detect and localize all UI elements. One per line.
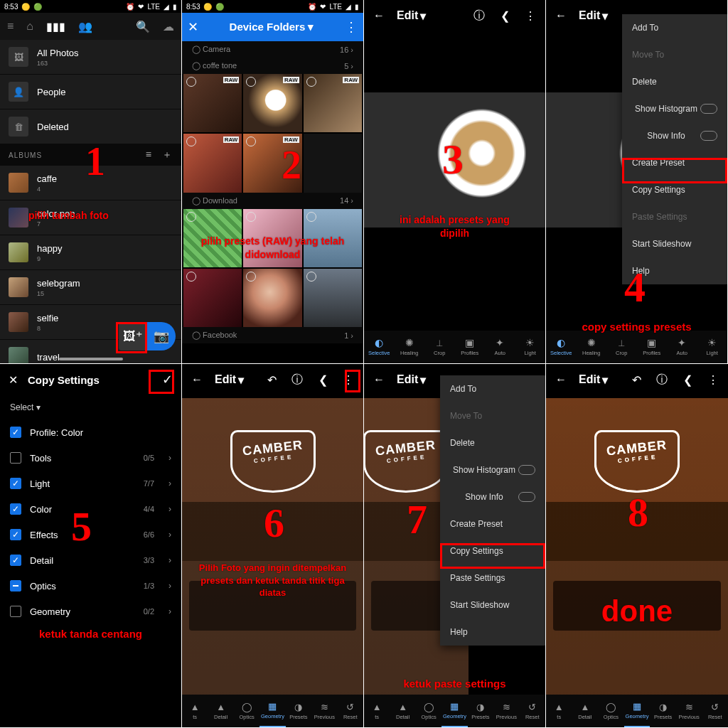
tool-crop[interactable]: ⟂Crop [424, 331, 455, 363]
menu-create-preset[interactable]: Create Preset [440, 510, 545, 537]
search-icon[interactable]: 🔍 [136, 20, 150, 33]
tool-previous[interactable]: ≋Previous [493, 695, 519, 727]
tool-selective[interactable]: ◐Selective [364, 331, 395, 363]
info-icon[interactable]: ⓘ [289, 373, 305, 387]
library-icon[interactable]: ▮▮▮ [46, 20, 65, 33]
menu-delete[interactable]: Delete [622, 68, 727, 95]
cloud-icon[interactable]: ☁︎ [163, 20, 174, 33]
opt-optics[interactable]: Optics1/3› [0, 573, 181, 599]
tool-previous[interactable]: ≋Previous [311, 695, 337, 727]
tool-geometry[interactable]: ▦Geometry [624, 695, 651, 727]
menu-show-histogram[interactable]: Show Histogram [440, 456, 545, 483]
menu-help[interactable]: Help [440, 619, 545, 646]
opt-profile[interactable]: ✓Profile: Color [0, 419, 181, 445]
thumb[interactable] [183, 269, 242, 327]
opt-tools[interactable]: Tools0/5› [0, 445, 181, 471]
tool-presets[interactable]: ◑Presets [650, 695, 676, 727]
album-colorpop[interactable]: color pop7 [0, 200, 181, 235]
thumb[interactable]: RAW [183, 134, 242, 192]
all-photos-row[interactable]: 🖼 All Photos163 [0, 40, 181, 75]
thumb[interactable]: RAW [183, 74, 242, 132]
camera-fab[interactable]: 📷 [147, 322, 176, 350]
people-icon[interactable]: 👥 [78, 20, 92, 33]
album-selebgram[interactable]: selebgram15 [0, 270, 181, 305]
target-photo[interactable]: CAMBERCOFFEE [182, 398, 363, 695]
thumb[interactable] [243, 209, 301, 267]
edit-dropdown[interactable]: Edit ▾ [397, 9, 426, 23]
menu-start-slideshow[interactable]: Start Slideshow [440, 592, 545, 619]
more-icon[interactable]: ⋮ [705, 373, 721, 387]
people-row[interactable]: 👤 People [0, 75, 181, 109]
share-icon[interactable]: ❮ [497, 9, 513, 23]
tool-detail[interactable]: ▲Detail [208, 695, 233, 727]
back-icon[interactable]: ← [371, 373, 387, 386]
tool-presets[interactable]: ◑Presets [468, 695, 493, 727]
thumb[interactable] [243, 269, 301, 327]
tool-healing[interactable]: ✺Healing [395, 331, 425, 363]
back-icon[interactable]: ← [189, 373, 205, 386]
tool-profiles[interactable]: ▣Profiles [455, 331, 486, 363]
more-icon[interactable]: ⋮ [523, 9, 538, 23]
opt-effects[interactable]: ✓Effects6/6› [0, 522, 181, 547]
folder-download[interactable]: ◯ Download14 › [182, 193, 363, 209]
menu-icon[interactable]: ≡ [7, 20, 14, 33]
undo-icon[interactable]: ↶ [628, 373, 644, 387]
tool-reset[interactable]: ↺Reset [702, 695, 728, 727]
menu-add-to[interactable]: Add To [440, 375, 545, 402]
confirm-check-icon[interactable]: ✓ [162, 372, 173, 387]
menu-show-histogram[interactable]: Show Histogram [622, 95, 727, 122]
tool-geometry[interactable]: ▦Geometry [441, 695, 467, 727]
thumb[interactable]: RAW [304, 74, 362, 132]
close-icon[interactable]: ✕ [9, 373, 18, 387]
select-dropdown[interactable]: Select ▾ [0, 395, 181, 419]
menu-start-slideshow[interactable]: Start Slideshow [622, 230, 727, 257]
back-icon[interactable]: ← [371, 9, 387, 22]
tool-auto[interactable]: ✦Auto [667, 331, 697, 363]
tool-ts[interactable]: ▲ts [546, 695, 572, 727]
back-icon[interactable]: ← [553, 373, 569, 386]
back-icon[interactable]: ← [553, 9, 569, 22]
tool-profiles[interactable]: ▣Profiles [637, 331, 668, 363]
album-happy[interactable]: happy9 [0, 235, 181, 270]
tool-healing[interactable]: ✺Healing [577, 331, 607, 363]
thumb[interactable]: RAW [243, 74, 301, 132]
tool-selective[interactable]: ◐Selective [546, 331, 577, 363]
edit-dropdown[interactable]: Edit ▾ [579, 9, 608, 23]
add-album-icon[interactable]: ＋ [162, 149, 173, 161]
info-icon[interactable]: ⓘ [654, 373, 670, 387]
info-icon[interactable]: ⓘ [471, 9, 487, 23]
tool-previous[interactable]: ≋Previous [676, 695, 702, 727]
menu-paste-settings[interactable]: Paste Settings [440, 564, 545, 592]
tool-reset[interactable]: ↺Reset [520, 695, 545, 727]
menu-help[interactable]: Help [622, 257, 727, 284]
tool-light[interactable]: ☀Light [697, 331, 728, 363]
tool-presets[interactable]: ◑Presets [286, 695, 311, 727]
thumb[interactable] [304, 269, 362, 327]
opt-color[interactable]: ✓Color4/4› [0, 496, 181, 522]
album-caffe[interactable]: caffe4 [0, 166, 181, 200]
tool-detail[interactable]: ▲Detail [572, 695, 599, 727]
menu-show-info[interactable]: Show Info [622, 122, 727, 149]
thumb[interactable] [183, 209, 242, 267]
result-photo[interactable]: CAMBERCOFFEE [546, 398, 728, 695]
tool-auto[interactable]: ✦Auto [485, 331, 515, 363]
deleted-row[interactable]: 🗑 Deleted [0, 109, 181, 144]
close-icon[interactable]: ✕ [188, 19, 198, 35]
preset-preview-image[interactable] [364, 92, 545, 228]
tool-geometry[interactable]: ▦Geometry [259, 695, 285, 727]
tool-light[interactable]: ☀Light [515, 331, 546, 363]
thumb[interactable] [304, 209, 362, 267]
tool-reset[interactable]: ↺Reset [338, 695, 363, 727]
more-icon[interactable]: ⋮ [345, 19, 358, 35]
edit-dropdown[interactable]: Edit ▾ [215, 373, 244, 387]
tool-crop[interactable]: ⟂Crop [606, 331, 637, 363]
tool-ts[interactable]: ▲ts [364, 695, 390, 727]
tool-optics[interactable]: ◯Optics [234, 695, 259, 727]
home-icon[interactable]: ⌂ [26, 20, 33, 33]
sort-icon[interactable]: ≡ [146, 149, 152, 161]
menu-add-to[interactable]: Add To [622, 14, 727, 41]
menu-create-preset[interactable]: Create Preset [622, 149, 727, 176]
edit-dropdown[interactable]: Edit ▾ [579, 373, 608, 387]
opt-detail[interactable]: ✓Detail3/3› [0, 547, 181, 573]
folder-camera[interactable]: ◯ Camera16 › [182, 41, 363, 58]
